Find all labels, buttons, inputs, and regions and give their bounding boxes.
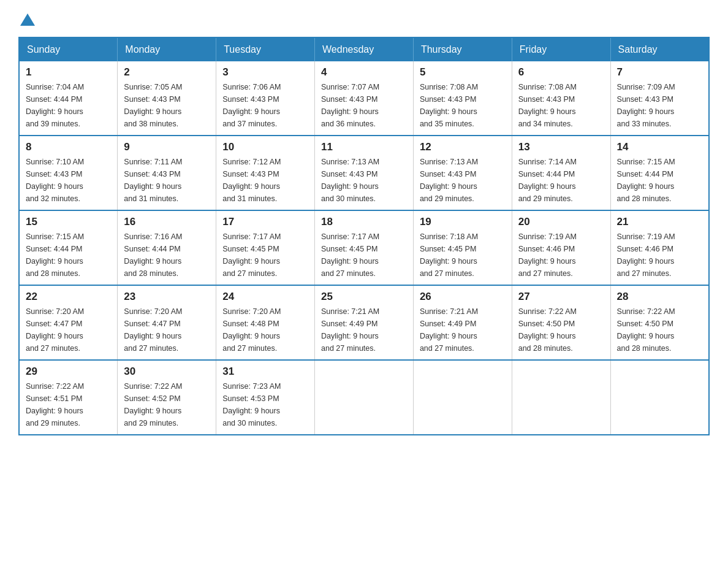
header-sunday: Sunday	[19, 37, 118, 61]
calendar-cell: 4Sunrise: 7:07 AMSunset: 4:43 PMDaylight…	[315, 61, 414, 136]
day-info: Sunrise: 7:09 AMSunset: 4:43 PMDaylight:…	[617, 81, 702, 130]
day-number: 1	[26, 66, 111, 79]
calendar-cell: 22Sunrise: 7:20 AMSunset: 4:47 PMDayligh…	[19, 285, 118, 360]
calendar-cell: 21Sunrise: 7:19 AMSunset: 4:46 PMDayligh…	[610, 210, 709, 285]
calendar-cell: 9Sunrise: 7:11 AMSunset: 4:43 PMDaylight…	[118, 136, 216, 210]
calendar-cell: 12Sunrise: 7:13 AMSunset: 4:43 PMDayligh…	[413, 136, 512, 210]
day-info: Sunrise: 7:21 AMSunset: 4:49 PMDaylight:…	[420, 305, 506, 354]
day-info: Sunrise: 7:05 AMSunset: 4:43 PMDaylight:…	[124, 81, 210, 130]
day-info: Sunrise: 7:23 AMSunset: 4:53 PMDaylight:…	[222, 380, 308, 429]
calendar-cell: 13Sunrise: 7:14 AMSunset: 4:44 PMDayligh…	[512, 136, 610, 210]
calendar-cell: 7Sunrise: 7:09 AMSunset: 4:43 PMDaylight…	[610, 61, 709, 136]
day-number: 28	[617, 291, 702, 303]
logo	[18, 12, 37, 25]
day-number: 15	[26, 216, 111, 228]
day-info: Sunrise: 7:10 AMSunset: 4:43 PMDaylight:…	[26, 156, 111, 205]
day-number: 5	[420, 66, 506, 79]
day-number: 4	[321, 66, 407, 79]
day-number: 9	[124, 141, 210, 153]
day-number: 14	[617, 141, 702, 153]
page-header	[18, 12, 710, 25]
header-friday: Friday	[512, 37, 610, 61]
day-number: 25	[321, 291, 407, 303]
day-number: 19	[420, 216, 506, 228]
day-info: Sunrise: 7:15 AMSunset: 4:44 PMDaylight:…	[26, 231, 111, 280]
calendar-cell: 11Sunrise: 7:13 AMSunset: 4:43 PMDayligh…	[315, 136, 414, 210]
calendar-cell: 28Sunrise: 7:22 AMSunset: 4:50 PMDayligh…	[610, 285, 709, 360]
day-number: 26	[420, 291, 506, 303]
calendar-cell	[413, 360, 512, 435]
calendar-cell: 20Sunrise: 7:19 AMSunset: 4:46 PMDayligh…	[512, 210, 610, 285]
calendar-header-row: SundayMondayTuesdayWednesdayThursdayFrid…	[19, 37, 709, 61]
calendar-cell: 8Sunrise: 7:10 AMSunset: 4:43 PMDaylight…	[19, 136, 118, 210]
day-info: Sunrise: 7:22 AMSunset: 4:50 PMDaylight:…	[518, 305, 604, 354]
calendar-cell: 3Sunrise: 7:06 AMSunset: 4:43 PMDaylight…	[216, 61, 315, 136]
day-info: Sunrise: 7:20 AMSunset: 4:47 PMDaylight:…	[124, 305, 210, 354]
day-info: Sunrise: 7:06 AMSunset: 4:43 PMDaylight:…	[222, 81, 308, 130]
day-info: Sunrise: 7:17 AMSunset: 4:45 PMDaylight:…	[321, 231, 407, 280]
day-info: Sunrise: 7:18 AMSunset: 4:45 PMDaylight:…	[420, 231, 506, 280]
week-row-2: 8Sunrise: 7:10 AMSunset: 4:43 PMDaylight…	[19, 136, 709, 210]
logo-triangle-icon	[20, 13, 35, 26]
day-number: 18	[321, 216, 407, 228]
day-number: 30	[124, 366, 210, 378]
day-number: 2	[124, 66, 210, 79]
calendar-cell: 24Sunrise: 7:20 AMSunset: 4:48 PMDayligh…	[216, 285, 315, 360]
calendar-cell	[315, 360, 414, 435]
week-row-4: 22Sunrise: 7:20 AMSunset: 4:47 PMDayligh…	[19, 285, 709, 360]
day-info: Sunrise: 7:22 AMSunset: 4:51 PMDaylight:…	[26, 380, 111, 429]
day-info: Sunrise: 7:19 AMSunset: 4:46 PMDaylight:…	[518, 231, 604, 280]
day-info: Sunrise: 7:20 AMSunset: 4:47 PMDaylight:…	[26, 305, 111, 354]
day-number: 10	[222, 141, 308, 153]
day-number: 23	[124, 291, 210, 303]
calendar-cell: 18Sunrise: 7:17 AMSunset: 4:45 PMDayligh…	[315, 210, 414, 285]
calendar-table: SundayMondayTuesdayWednesdayThursdayFrid…	[18, 37, 710, 435]
header-tuesday: Tuesday	[216, 37, 315, 61]
day-info: Sunrise: 7:04 AMSunset: 4:44 PMDaylight:…	[26, 81, 111, 130]
day-info: Sunrise: 7:17 AMSunset: 4:45 PMDaylight:…	[222, 231, 308, 280]
day-number: 21	[617, 216, 702, 228]
day-number: 20	[518, 216, 604, 228]
day-info: Sunrise: 7:12 AMSunset: 4:43 PMDaylight:…	[222, 156, 308, 205]
week-row-5: 29Sunrise: 7:22 AMSunset: 4:51 PMDayligh…	[19, 360, 709, 435]
day-number: 24	[222, 291, 308, 303]
day-number: 17	[222, 216, 308, 228]
calendar-cell: 2Sunrise: 7:05 AMSunset: 4:43 PMDaylight…	[118, 61, 216, 136]
calendar-cell: 6Sunrise: 7:08 AMSunset: 4:43 PMDaylight…	[512, 61, 610, 136]
header-thursday: Thursday	[413, 37, 512, 61]
calendar-cell: 19Sunrise: 7:18 AMSunset: 4:45 PMDayligh…	[413, 210, 512, 285]
day-info: Sunrise: 7:08 AMSunset: 4:43 PMDaylight:…	[420, 81, 506, 130]
day-number: 31	[222, 366, 308, 378]
day-info: Sunrise: 7:11 AMSunset: 4:43 PMDaylight:…	[124, 156, 210, 205]
day-number: 29	[26, 366, 111, 378]
day-info: Sunrise: 7:14 AMSunset: 4:44 PMDaylight:…	[518, 156, 604, 205]
day-number: 16	[124, 216, 210, 228]
calendar-cell: 16Sunrise: 7:16 AMSunset: 4:44 PMDayligh…	[118, 210, 216, 285]
day-number: 3	[222, 66, 308, 79]
day-number: 13	[518, 141, 604, 153]
day-number: 6	[518, 66, 604, 79]
day-info: Sunrise: 7:08 AMSunset: 4:43 PMDaylight:…	[518, 81, 604, 130]
day-info: Sunrise: 7:22 AMSunset: 4:50 PMDaylight:…	[617, 305, 702, 354]
header-saturday: Saturday	[610, 37, 709, 61]
calendar-cell: 25Sunrise: 7:21 AMSunset: 4:49 PMDayligh…	[315, 285, 414, 360]
day-info: Sunrise: 7:15 AMSunset: 4:44 PMDaylight:…	[617, 156, 702, 205]
calendar-cell: 10Sunrise: 7:12 AMSunset: 4:43 PMDayligh…	[216, 136, 315, 210]
week-row-3: 15Sunrise: 7:15 AMSunset: 4:44 PMDayligh…	[19, 210, 709, 285]
calendar-cell: 31Sunrise: 7:23 AMSunset: 4:53 PMDayligh…	[216, 360, 315, 435]
calendar-cell: 5Sunrise: 7:08 AMSunset: 4:43 PMDaylight…	[413, 61, 512, 136]
calendar-cell: 1Sunrise: 7:04 AMSunset: 4:44 PMDaylight…	[19, 61, 118, 136]
day-info: Sunrise: 7:21 AMSunset: 4:49 PMDaylight:…	[321, 305, 407, 354]
calendar-cell: 29Sunrise: 7:22 AMSunset: 4:51 PMDayligh…	[19, 360, 118, 435]
calendar-cell: 23Sunrise: 7:20 AMSunset: 4:47 PMDayligh…	[118, 285, 216, 360]
calendar-cell	[610, 360, 709, 435]
day-number: 22	[26, 291, 111, 303]
calendar-cell: 15Sunrise: 7:15 AMSunset: 4:44 PMDayligh…	[19, 210, 118, 285]
day-info: Sunrise: 7:13 AMSunset: 4:43 PMDaylight:…	[321, 156, 407, 205]
week-row-1: 1Sunrise: 7:04 AMSunset: 4:44 PMDaylight…	[19, 61, 709, 136]
calendar-cell: 27Sunrise: 7:22 AMSunset: 4:50 PMDayligh…	[512, 285, 610, 360]
header-wednesday: Wednesday	[315, 37, 414, 61]
day-info: Sunrise: 7:13 AMSunset: 4:43 PMDaylight:…	[420, 156, 506, 205]
calendar-cell	[512, 360, 610, 435]
calendar-cell: 30Sunrise: 7:22 AMSunset: 4:52 PMDayligh…	[118, 360, 216, 435]
